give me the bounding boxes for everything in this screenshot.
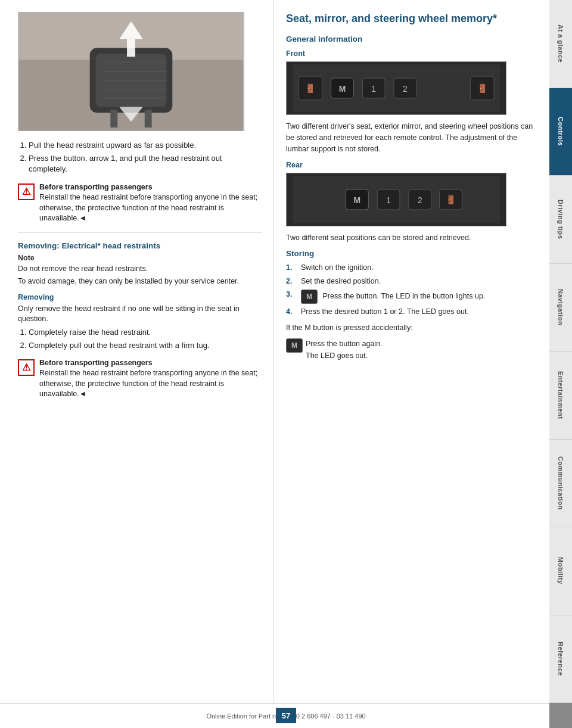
storing-heading: Storing: [286, 249, 533, 258]
warning-icon-2: ⚠: [18, 359, 35, 376]
side-navigation: At a glance Controls Driving tips Naviga…: [549, 0, 572, 703]
main-content: Pull the head restraint upward as far as…: [0, 0, 548, 715]
warning-box-2: ⚠ Before transporting passengers Reinsta…: [18, 356, 262, 402]
footer: Online Edition for Part no. 01 40 2 606 …: [0, 703, 572, 728]
page-number: 57: [276, 708, 296, 723]
note-text-2: To avoid damage, they can only be instal…: [18, 276, 262, 287]
front-control-panel-image: 🚪 M 1 2 🚪: [286, 61, 506, 115]
svg-rect-12: [127, 39, 135, 57]
rear-heading: Rear: [286, 161, 533, 169]
tab-driving-tips[interactable]: Driving tips: [549, 176, 572, 264]
m-button-inline-2: M: [286, 338, 303, 353]
step-2: Press the button, arrow 1, and pull the …: [29, 153, 262, 175]
svg-text:🚪: 🚪: [477, 83, 488, 94]
note-label: Note: [18, 254, 262, 262]
initial-steps-list: Pull the head restraint upward as far as…: [29, 140, 262, 175]
tab-entertainment[interactable]: Entertainment: [549, 351, 572, 440]
tab-at-a-glance[interactable]: At a glance: [549, 0, 572, 88]
storing-step-2: 2. Set the desired position.: [286, 276, 533, 287]
removing-intro-text: Only remove the head restraint if no one…: [18, 304, 262, 325]
tab-reference[interactable]: Reference: [549, 615, 572, 704]
warning-box-1: ⚠ Before transporting passengers Reinsta…: [18, 180, 262, 226]
svg-text:2: 2: [403, 84, 408, 94]
svg-text:M: M: [354, 195, 361, 205]
removing-subheading: Removing: [18, 293, 262, 301]
removing-step-2: Completely pull out the head restraint w…: [29, 340, 262, 351]
storing-step-3: 3. M Press the button. The LED in the bu…: [286, 290, 533, 304]
head-restraint-image: [18, 12, 244, 131]
removing-steps-list: Completely raise the head restraint. Com…: [29, 327, 262, 351]
page-title: Seat, mirror, and steering wheel memory*: [286, 12, 533, 26]
svg-text:1: 1: [386, 195, 391, 205]
svg-text:🚪: 🚪: [446, 195, 456, 205]
m-step-2: The LED goes out.: [306, 350, 383, 362]
svg-text:1: 1: [371, 84, 376, 94]
front-description: Two different driver's seat, exterior mi…: [286, 121, 533, 154]
svg-text:M: M: [339, 84, 346, 94]
tab-controls[interactable]: Controls: [549, 88, 572, 176]
m-step-1: Press the button again.: [306, 338, 383, 350]
svg-text:🚪: 🚪: [305, 83, 316, 94]
warning-icon-1: ⚠: [18, 183, 35, 200]
tab-navigation[interactable]: Navigation: [549, 264, 572, 352]
tab-mobility[interactable]: Mobility: [549, 527, 572, 615]
storing-step-4: 4. Press the desired button 1 or 2. The …: [286, 307, 533, 318]
right-column: Seat, mirror, and steering wheel memory*…: [274, 0, 548, 715]
removing-step-1: Completely raise the head restraint.: [29, 327, 262, 338]
rear-control-panel-image: M 1 2 🚪: [286, 173, 506, 226]
if-m-accidentally-text: If the M button is pressed accidentally:: [286, 322, 533, 334]
left-column: Pull the head restraint upward as far as…: [0, 0, 274, 715]
removing-section-heading: Removing: Electrical* head restraints: [18, 241, 262, 250]
storing-step-1: 1. Switch on the ignition.: [286, 263, 533, 273]
warning-text-2: Before transporting passengers Reinstall…: [39, 358, 262, 400]
storing-steps-list: 1. Switch on the ignition. 2. Set the de…: [286, 263, 533, 318]
rear-description: Two different seat positions can be stor…: [286, 232, 533, 244]
step-1: Pull the head restraint upward as far as…: [29, 140, 262, 151]
warning-text-1: Before transporting passengers Reinstall…: [39, 182, 262, 224]
tab-communication[interactable]: Communication: [549, 440, 572, 528]
front-heading: Front: [286, 49, 533, 58]
m-button-inline-1: M: [301, 290, 318, 304]
svg-text:2: 2: [418, 195, 422, 205]
general-information-heading: General information: [286, 35, 533, 43]
note-text-1: Do not remove the rear head restraints.: [18, 264, 262, 275]
m-accidentally-box: M Press the button again. The LED goes o…: [286, 338, 533, 362]
svg-rect-9: [110, 110, 117, 127]
svg-rect-10: [145, 110, 152, 127]
divider-1: [18, 232, 262, 233]
m-accidentally-steps: Press the button again. The LED goes out…: [306, 338, 383, 362]
